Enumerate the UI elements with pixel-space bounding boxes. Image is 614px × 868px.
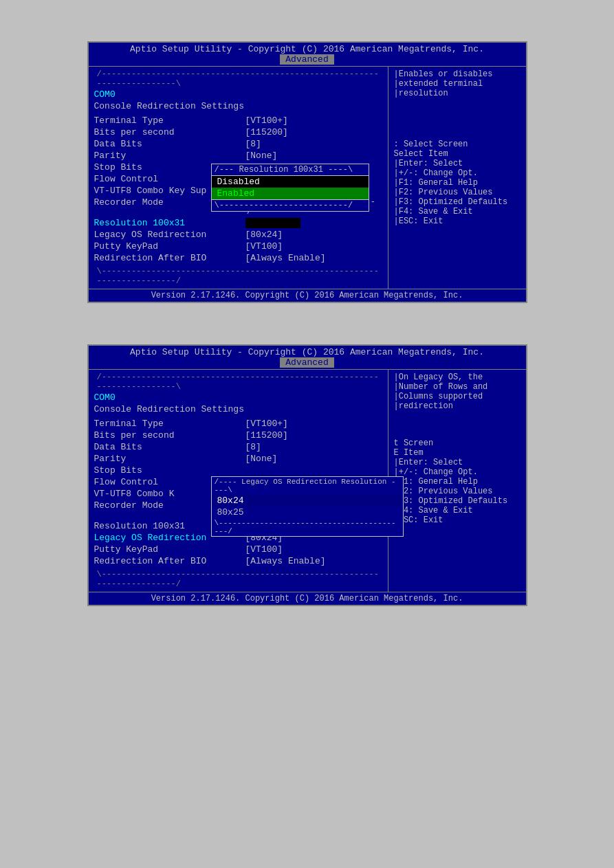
help-key-1-5: |F1: General Help — [394, 178, 520, 188]
help-key-2-2: E Item — [394, 448, 520, 458]
help-line-2-4: |redirection — [394, 401, 520, 411]
bios-body-1: /---------------------------------------… — [89, 67, 526, 289]
legacy-popup-2: /---- Legacy OS Redirection Resolution -… — [211, 476, 404, 537]
bios-header-1: Aptio Setup Utility - Copyright (C) 2016… — [89, 43, 526, 67]
com-title-1: COM0 — [94, 89, 116, 100]
setting-stopbits-2[interactable]: Stop Bits — [94, 465, 382, 476]
setting-value-bps-2: [115200] — [245, 430, 288, 441]
setting-redir-1[interactable]: Redirection After BIO [Always Enable] — [94, 252, 382, 264]
bios-right-2: |On Legacy OS, the |Number of Rows and |… — [388, 370, 526, 592]
setting-legacy-1[interactable]: Legacy OS Redirection [80x24] — [94, 229, 382, 241]
help-text-1: |Enables or disables |extended terminal … — [394, 69, 520, 226]
legacy-popup-option-80x24-2[interactable]: 80x24 — [212, 495, 403, 507]
setting-value-terminal-1: [VT100+] — [245, 115, 288, 126]
help-text-2: |On Legacy OS, the |Number of Rows and |… — [394, 372, 520, 525]
setting-terminal-1[interactable]: Terminal Type [VT100+] — [94, 115, 382, 126]
setting-putty-2[interactable]: Putty KeyPad [VT100] — [94, 544, 382, 555]
help-key-1-7: |F3: Optimized Defaults — [394, 197, 520, 207]
help-key-2-4: |+/-: Change Opt. — [394, 467, 520, 477]
popup-bottom-1: \--------------------------/ — [212, 199, 369, 211]
help-line-1-3: |resolution — [394, 89, 520, 98]
help-line-2-3: |Columns supported — [394, 392, 520, 401]
console-redirect-1: Console Redirection Settings — [94, 100, 382, 112]
bios-footer-1: Version 2.17.1246. Copyright (C) 2016 Am… — [89, 289, 526, 302]
help-line-2-2: |Number of Rows and — [394, 382, 520, 392]
separator-2: /---------------------------------------… — [94, 372, 382, 392]
com-section-1: COM0 — [94, 89, 382, 100]
setting-name-resolution-1: Resolution 100x31 — [94, 218, 245, 228]
popup-title-1: /--- Resolution 100x31 ----\ — [212, 164, 369, 176]
setting-name-bps-1: Bits per second — [94, 127, 245, 137]
title-bar-2: Aptio Setup Utility - Copyright (C) 2016… — [91, 347, 523, 357]
help-key-1-3: |Enter: Select — [394, 159, 520, 168]
setting-parity-1[interactable]: Parity [None] — [94, 150, 382, 162]
help-key-1-6: |F2: Previous Values — [394, 188, 520, 197]
active-tab-2[interactable]: Advanced — [280, 357, 333, 368]
setting-value-terminal-2: [VT100+] — [245, 419, 288, 429]
setting-flowcontrol-2[interactable]: Flow Control /---- Legacy OS Redirection… — [94, 476, 382, 488]
setting-name-terminal-1: Terminal Type — [94, 115, 245, 126]
bios-body-2: /---------------------------------------… — [89, 370, 526, 592]
setting-value-databits-2: [8] — [245, 442, 261, 452]
setting-value-redir-2: [Always Enable] — [245, 556, 326, 566]
bios-screen-1: Aptio Setup Utility - Copyright (C) 2016… — [87, 41, 527, 303]
help-line-2-1: |On Legacy OS, the — [394, 372, 520, 382]
setting-resolution-1[interactable]: Resolution 100x31 — [94, 217, 382, 229]
bios-left-1: /---------------------------------------… — [89, 67, 388, 289]
bios-screen-2: Aptio Setup Utility - Copyright (C) 2016… — [87, 344, 527, 606]
setting-name-redir-1: Redirection After BIO — [94, 253, 245, 263]
help-key-2-9: |ESC: Exit — [394, 515, 520, 525]
setting-databits-2[interactable]: Data Bits [8] — [94, 441, 382, 453]
resolution-popup-1: /--- Resolution 100x31 ----\ Disabled En… — [211, 164, 369, 212]
help-line-1-2: |extended terminal — [394, 79, 520, 89]
setting-terminal-2[interactable]: Terminal Type [VT100+] — [94, 418, 382, 430]
setting-value-databits-1: [8] — [245, 139, 261, 149]
popup-option-enabled-1[interactable]: Enabled — [212, 188, 369, 199]
setting-value-parity-1: [None] — [245, 151, 278, 161]
console-redirect-label-2: Console Redirection Settings — [94, 404, 244, 414]
help-key-2-1: t Screen — [394, 438, 520, 448]
help-key-1-9: |ESC: Exit — [394, 216, 520, 226]
bios-left-2: /---------------------------------------… — [89, 370, 388, 592]
separator-1: /---------------------------------------… — [94, 69, 382, 89]
popup-container-2: Flow Control /---- Legacy OS Redirection… — [94, 476, 382, 532]
bottom-sep-2: \---------------------------------------… — [94, 570, 382, 589]
setting-value-bps-1: [115200] — [245, 127, 288, 137]
setting-parity-2[interactable]: Parity [None] — [94, 453, 382, 465]
help-line-1-1: |Enables or disables — [394, 69, 520, 79]
setting-name-putty-1: Putty KeyPad — [94, 241, 245, 252]
help-key-2-6: |F2: Previous Values — [394, 487, 520, 496]
setting-name-parity-2: Parity — [94, 454, 245, 464]
setting-value-parity-2: [None] — [245, 454, 278, 464]
help-key-2-7: |F3: Optimized Defaults — [394, 496, 520, 506]
help-key-1-1: : Select Screen — [394, 140, 520, 149]
setting-databits-1[interactable]: Data Bits [8] — [94, 138, 382, 150]
setting-bps-1[interactable]: Bits per second [115200] — [94, 126, 382, 138]
setting-redir-2[interactable]: Redirection After BIO [Always Enable] — [94, 555, 382, 567]
help-key-1-2: Select Item — [394, 149, 520, 159]
legacy-popup-bottom-2: \---------------------------------------… — [212, 518, 403, 536]
setting-name-terminal-2: Terminal Type — [94, 419, 245, 429]
com-title-2: COM0 — [94, 392, 116, 403]
setting-name-stopbits-2: Stop Bits — [94, 465, 245, 476]
console-redirect-label-1: Console Redirection Settings — [94, 101, 244, 111]
setting-putty-1[interactable]: Putty KeyPad [VT100] — [94, 241, 382, 252]
legacy-popup-option-80x25-2[interactable]: 80x25 — [212, 507, 403, 518]
com-section-2: COM0 — [94, 392, 382, 403]
setting-name-legacy-1: Legacy OS Redirection — [94, 230, 245, 240]
setting-bps-2[interactable]: Bits per second [115200] — [94, 430, 382, 441]
legacy-popup-title-2: /---- Legacy OS Redirection Resolution -… — [212, 477, 403, 495]
help-key-1-8: |F4: Save & Exit — [394, 207, 520, 216]
setting-name-databits-1: Data Bits — [94, 139, 245, 149]
setting-value-legacy-1: [80x24] — [245, 230, 283, 240]
setting-value-putty-1: [VT100] — [245, 241, 283, 252]
setting-value-redir-1: [Always Enable] — [245, 253, 326, 263]
setting-name-parity-1: Parity — [94, 151, 245, 161]
bios-footer-2: Version 2.17.1246. Copyright (C) 2016 Am… — [89, 592, 526, 605]
bios-header-2: Aptio Setup Utility - Copyright (C) 2016… — [89, 346, 526, 370]
setting-name-putty-2: Putty KeyPad — [94, 544, 245, 555]
setting-value-putty-2: [VT100] — [245, 544, 283, 555]
active-tab-1[interactable]: Advanced — [280, 54, 333, 65]
popup-option-disabled-1[interactable]: Disabled — [212, 176, 369, 188]
help-key-2-3: |Enter: Select — [394, 458, 520, 467]
